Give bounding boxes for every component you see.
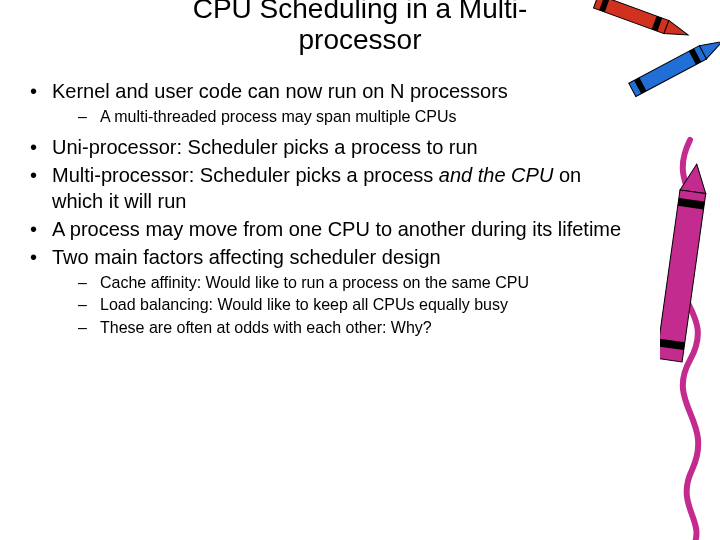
sub-bullet-item: Cache affinity: Would like to run a proc…: [52, 272, 630, 294]
sub-bullet-text: A multi-threaded process may span multip…: [100, 108, 457, 125]
bullet-text: A process may move from one CPU to anoth…: [52, 218, 621, 240]
slide-body: Kernel and user code can now run on N pr…: [24, 78, 630, 344]
title-line-1: CPU Scheduling in a Multi-: [193, 0, 528, 24]
sub-bullet-text: Cache affinity: Would like to run a proc…: [100, 274, 529, 291]
bullet-text: Two main factors affecting scheduler des…: [52, 246, 441, 268]
bullet-text: Kernel and user code can now run on N pr…: [52, 80, 508, 102]
bullet-text-italic: and the CPU: [439, 164, 554, 186]
sub-bullet-text: These are often at odds with each other:…: [100, 319, 432, 336]
title-line-2: processor: [0, 25, 720, 56]
sub-bullet-item: These are often at odds with each other:…: [52, 317, 630, 339]
bullet-item: Uni-processor: Scheduler picks a process…: [24, 134, 630, 160]
bullet-item: Kernel and user code can now run on N pr…: [24, 78, 630, 128]
sub-bullet-item: Load balancing: Would like to keep all C…: [52, 294, 630, 316]
slide-title: CPU Scheduling in a Multi- processor: [0, 0, 720, 56]
bullet-item: A process may move from one CPU to anoth…: [24, 216, 630, 242]
bullet-text-part: Multi-processor: Scheduler picks a proce…: [52, 164, 439, 186]
bullet-text: Uni-processor: Scheduler picks a process…: [52, 136, 478, 158]
bullet-item: Multi-processor: Scheduler picks a proce…: [24, 162, 630, 214]
sub-bullet-item: A multi-threaded process may span multip…: [52, 106, 630, 128]
sub-bullet-text: Load balancing: Would like to keep all C…: [100, 296, 508, 313]
slide: CPU Scheduling in a Multi- processor Ker…: [0, 0, 720, 540]
crayon-side-decoration: [660, 130, 720, 540]
bullet-item: Two main factors affecting scheduler des…: [24, 244, 630, 339]
